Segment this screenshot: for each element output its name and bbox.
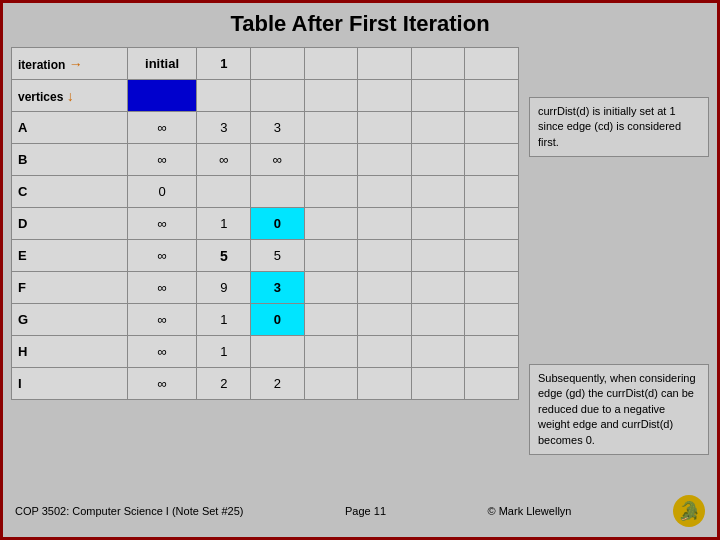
empty-h6 <box>411 80 465 112</box>
empty-cell <box>465 144 519 176</box>
empty-cell <box>411 208 465 240</box>
empty-cell <box>465 112 519 144</box>
callout-section: currDist(d) is initially set at 1 since … <box>529 47 709 485</box>
vertex-cell: I <box>12 368 128 400</box>
vertex-cell: A <box>12 112 128 144</box>
empty-h5 <box>358 80 412 112</box>
initial-cell: ∞ <box>127 336 197 368</box>
vertices-header-row: vertices ↓ <box>12 80 519 112</box>
header-vertices: vertices ↓ <box>12 80 128 112</box>
col2-cell: 3 <box>251 112 305 144</box>
table-row: F∞93 <box>12 272 519 304</box>
col2-cell: ∞ <box>251 144 305 176</box>
initial-cell: ∞ <box>127 304 197 336</box>
header-col1: 1 <box>197 48 251 80</box>
col1-cell: 1 <box>197 336 251 368</box>
initial-cell: ∞ <box>127 112 197 144</box>
header-initial: initial <box>127 48 197 80</box>
callout-bottom-box: Subsequently, when considering edge (gd)… <box>529 364 709 455</box>
footer: COP 3502: Computer Science I (Note Set #… <box>11 493 709 529</box>
empty-cell <box>465 176 519 208</box>
header-col5 <box>411 48 465 80</box>
empty-cell <box>411 176 465 208</box>
table-row: G∞10 <box>12 304 519 336</box>
col2-cell: 2 <box>251 368 305 400</box>
empty-cell <box>358 272 412 304</box>
table-row: C0 <box>12 176 519 208</box>
table-row: E∞55 <box>12 240 519 272</box>
empty-cell <box>304 176 358 208</box>
header-col2 <box>251 48 305 80</box>
vertices-blue-cell <box>127 80 197 112</box>
header-col3 <box>304 48 358 80</box>
col1-cell: 3 <box>197 112 251 144</box>
empty-cell <box>411 272 465 304</box>
empty-cell <box>304 144 358 176</box>
vertex-cell: D <box>12 208 128 240</box>
empty-cell <box>304 304 358 336</box>
empty-cell <box>465 208 519 240</box>
empty-cell <box>465 304 519 336</box>
vertex-cell: B <box>12 144 128 176</box>
col2-cell <box>251 176 305 208</box>
empty-cell <box>411 304 465 336</box>
empty-cell <box>304 208 358 240</box>
empty-h4 <box>304 80 358 112</box>
empty-h3 <box>251 80 305 112</box>
header-col4 <box>358 48 412 80</box>
empty-cell <box>358 208 412 240</box>
empty-cell <box>304 272 358 304</box>
callout-top-box: currDist(d) is initially set at 1 since … <box>529 97 709 157</box>
empty-cell <box>358 144 412 176</box>
table-row: I∞22 <box>12 368 519 400</box>
vertex-cell: C <box>12 176 128 208</box>
initial-cell: ∞ <box>127 240 197 272</box>
col1-cell: 1 <box>197 304 251 336</box>
empty-h2 <box>197 80 251 112</box>
main-container: Table After First Iteration iteration → … <box>3 3 717 537</box>
empty-cell <box>358 176 412 208</box>
table-row: H∞1 <box>12 336 519 368</box>
footer-logo: 🐊 <box>673 495 705 527</box>
table-section: iteration → initial 1 vertices ↓ <box>11 47 519 485</box>
initial-cell: ∞ <box>127 272 197 304</box>
page-title: Table After First Iteration <box>11 11 709 37</box>
col1-cell <box>197 176 251 208</box>
initial-cell: ∞ <box>127 368 197 400</box>
empty-h7 <box>465 80 519 112</box>
empty-cell <box>411 112 465 144</box>
col1-cell: ∞ <box>197 144 251 176</box>
empty-cell <box>304 336 358 368</box>
col1-cell: 2 <box>197 368 251 400</box>
empty-cell <box>304 112 358 144</box>
vertex-cell: G <box>12 304 128 336</box>
initial-cell: ∞ <box>127 208 197 240</box>
header-col6 <box>465 48 519 80</box>
footer-right: © Mark Llewellyn <box>488 505 572 517</box>
col1-cell: 5 <box>197 240 251 272</box>
table-header-row: iteration → initial 1 <box>12 48 519 80</box>
empty-cell <box>465 368 519 400</box>
vertex-cell: H <box>12 336 128 368</box>
empty-cell <box>358 112 412 144</box>
empty-cell <box>358 304 412 336</box>
empty-cell <box>411 368 465 400</box>
header-iteration: iteration → <box>12 48 128 80</box>
empty-cell <box>411 336 465 368</box>
col2-cell: 5 <box>251 240 305 272</box>
empty-cell <box>411 240 465 272</box>
callout-top-text: currDist(d) is initially set at 1 since … <box>538 105 681 148</box>
initial-cell: 0 <box>127 176 197 208</box>
empty-cell <box>465 240 519 272</box>
table-row: B∞∞∞ <box>12 144 519 176</box>
empty-cell <box>358 336 412 368</box>
table-row: A∞33 <box>12 112 519 144</box>
vertex-cell: F <box>12 272 128 304</box>
empty-cell <box>358 368 412 400</box>
col2-cell <box>251 336 305 368</box>
col2-cell: 3 <box>251 272 305 304</box>
empty-cell <box>304 368 358 400</box>
content-area: iteration → initial 1 vertices ↓ <box>11 47 709 485</box>
empty-cell <box>411 144 465 176</box>
empty-cell <box>465 336 519 368</box>
